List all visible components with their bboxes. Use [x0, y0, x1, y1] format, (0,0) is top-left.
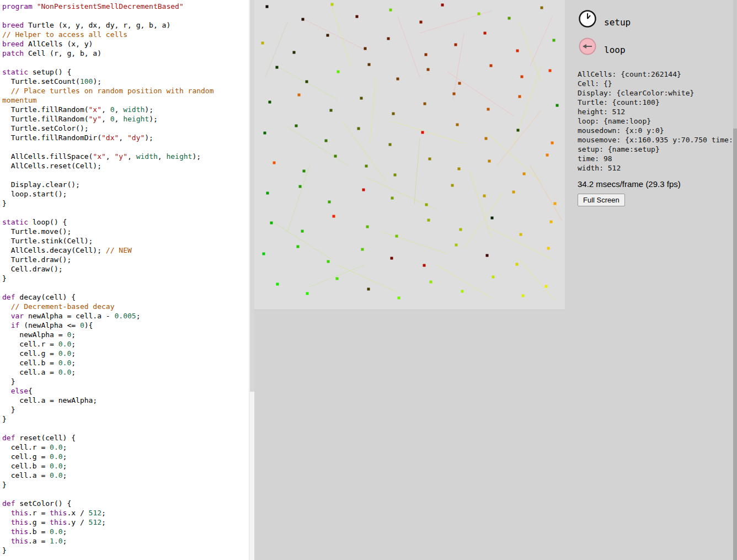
- turtle: [328, 201, 331, 204]
- turtle: [545, 285, 548, 288]
- debug-line: mousemove: {x:160.935 y:70.750 time:9: [578, 135, 734, 145]
- turtle: [486, 254, 489, 257]
- code-line: [2, 208, 249, 217]
- turtle: [484, 32, 487, 35]
- setup-button[interactable]: [578, 9, 597, 29]
- turtle: [394, 174, 397, 177]
- turtle: [368, 63, 371, 66]
- turtle-trail: [370, 77, 376, 143]
- code-line: Cell.draw();: [2, 264, 249, 274]
- code-line: [2, 142, 249, 152]
- turtle: [387, 38, 390, 40]
- code-line: [2, 11, 249, 20]
- code-line: this.b = 0.0;: [2, 527, 249, 536]
- code-line: cell.g = 0.0;: [2, 452, 249, 461]
- turtle: [522, 295, 525, 297]
- code-line: patch Cell (r, g, b, a): [2, 49, 249, 58]
- turtle: [453, 93, 456, 95]
- turtle-trail: [486, 132, 541, 182]
- turtle-trail: [271, 221, 332, 259]
- turtle: [551, 142, 554, 145]
- code-line: [2, 424, 249, 433]
- sim-svg: [254, 0, 565, 310]
- fullscreen-button[interactable]: Full Screen: [578, 194, 625, 206]
- code-line: cell.g = 0.0;: [2, 349, 249, 358]
- code-line: }: [2, 480, 249, 489]
- turtle: [297, 246, 300, 248]
- turtle: [365, 165, 368, 168]
- turtle-trail: [530, 17, 552, 66]
- turtle-trail: [332, 6, 351, 66]
- turtle: [362, 189, 365, 191]
- setup-control-row: setup: [578, 9, 734, 29]
- turtle: [263, 253, 265, 255]
- turtle: [492, 276, 495, 279]
- code-line: breed AllCells (x, y): [2, 39, 249, 49]
- code-line: else{: [2, 386, 249, 396]
- code-line: }: [2, 405, 249, 414]
- code-line: cell.a = 0.0;: [2, 471, 249, 480]
- turtle-trail: [447, 72, 514, 116]
- turtle: [541, 7, 543, 9]
- code-line: breed Turtle (x, y, dx, dy, r, g, b, a): [2, 20, 249, 30]
- turtle: [366, 226, 369, 228]
- code-editor[interactable]: program "NonPersistentSmellDecrementBase…: [0, 0, 249, 560]
- turtle: [455, 244, 458, 247]
- turtle: [553, 39, 556, 42]
- window-scrollbar[interactable]: [733, 0, 737, 560]
- turtle: [520, 233, 522, 236]
- editor-scrollbar[interactable]: [249, 0, 254, 560]
- turtle: [299, 185, 302, 188]
- turtle: [458, 82, 461, 85]
- turtle: [488, 160, 491, 163]
- setup-button-label: setup: [604, 17, 631, 29]
- turtle: [361, 248, 364, 251]
- turtle-trail: [486, 226, 552, 259]
- turtle: [516, 50, 519, 52]
- loop-control-row: loop: [578, 36, 734, 56]
- turtle-trail: [414, 138, 420, 204]
- code-line: [2, 170, 249, 180]
- code-line: Turtle.fillRandom("y", 0, height);: [2, 114, 249, 124]
- turtle-trail: [519, 259, 555, 301]
- simulation-canvas[interactable]: [254, 0, 565, 310]
- turtle: [266, 192, 269, 195]
- code-line: cell.b = 0.0;: [2, 461, 249, 471]
- turtle: [456, 124, 459, 126]
- debug-line: Cell: {}: [578, 79, 734, 88]
- editor-scrollbar-thumb[interactable]: [250, 0, 254, 392]
- turtle: [483, 195, 486, 198]
- turtle: [302, 18, 305, 21]
- turtle: [554, 202, 557, 205]
- code-line: Turtle.fillRandomDir("dx", "dy");: [2, 133, 249, 142]
- frame-stats: 34.2 msecs/frame (29.3 fps): [578, 179, 734, 189]
- turtle-trail: [398, 17, 420, 77]
- code-line: this.r = this.x / 512;: [2, 508, 249, 518]
- turtle-trail: [287, 166, 309, 232]
- turtle: [549, 70, 552, 72]
- window-scrollbar-thumb[interactable]: [733, 129, 737, 560]
- turtle: [334, 155, 337, 158]
- turtle: [336, 278, 339, 280]
- turtle: [519, 95, 521, 98]
- turtle: [458, 168, 461, 170]
- turtle: [423, 264, 426, 267]
- code-line: if (newAlpha <= 0){: [2, 321, 249, 330]
- code-line: cell.a = 0.0;: [2, 367, 249, 377]
- loop-button[interactable]: [578, 36, 597, 56]
- code-line: Turtle.draw();: [2, 255, 249, 264]
- turtle: [276, 283, 279, 286]
- turtle: [264, 132, 266, 135]
- turtle: [367, 288, 370, 291]
- turtle: [421, 131, 424, 134]
- turtle: [303, 170, 306, 173]
- turtle: [478, 13, 480, 15]
- turtle: [397, 78, 399, 81]
- turtle: [424, 103, 426, 105]
- code-line: momentum: [2, 95, 249, 105]
- turtle: [327, 34, 329, 37]
- code-line: cell.r = 0.0;: [2, 442, 249, 452]
- code-line: cell.a = newAlpha;: [2, 396, 249, 405]
- turtle: [425, 204, 428, 206]
- debug-list: AllCells: {count:262144}Cell: {}Display:…: [578, 70, 734, 173]
